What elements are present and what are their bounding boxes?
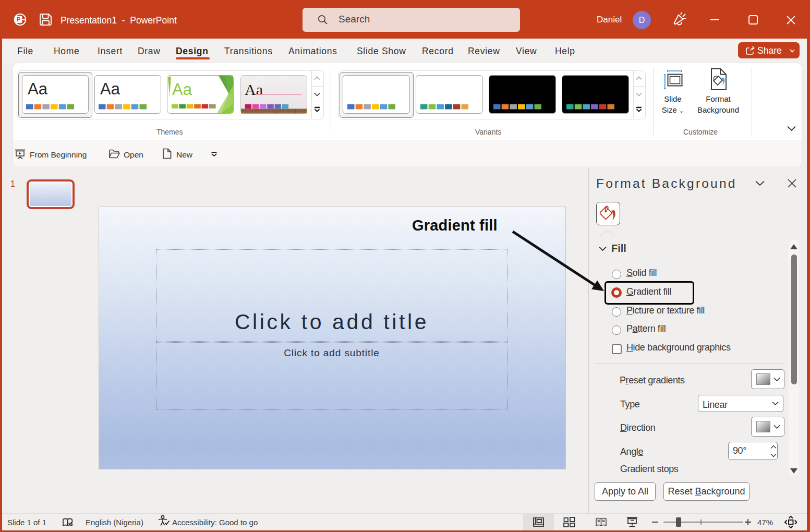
svg-text:P: P bbox=[17, 16, 21, 22]
svg-text:Aa: Aa bbox=[172, 80, 192, 99]
svg-text:Aa: Aa bbox=[245, 81, 263, 98]
